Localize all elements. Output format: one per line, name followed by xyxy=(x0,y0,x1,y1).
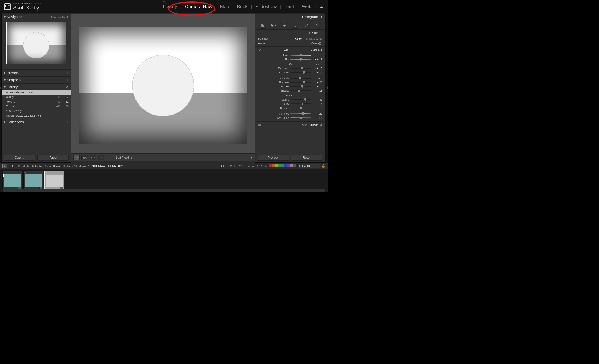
tint-slider[interactable] xyxy=(290,59,311,60)
loupe-view-icon[interactable]: ▭ xyxy=(73,155,79,160)
photo-preview[interactable] xyxy=(79,27,247,144)
history-step[interactable]: Texture+4242 xyxy=(2,99,71,104)
filter-preset-dropdown[interactable]: Filters Off xyxy=(297,164,320,168)
breadcrumb-collection[interactable]: Crash Course xyxy=(45,165,61,167)
monitor-1-button[interactable]: 1 xyxy=(2,164,8,168)
filmstrip-thumb[interactable]: 12 xyxy=(2,171,22,191)
flag-pick-icon[interactable]: ⚑ xyxy=(230,164,233,168)
toolbar-menu-icon[interactable]: ▼ xyxy=(250,156,253,159)
star-icon[interactable]: ★ xyxy=(256,164,259,168)
color-swatch[interactable] xyxy=(284,164,287,167)
nav-prev-icon[interactable]: ◀ xyxy=(22,164,25,168)
whites-slider[interactable] xyxy=(290,86,311,87)
clarity-value[interactable]: + 17 xyxy=(313,102,322,105)
module-web[interactable]: Web xyxy=(302,4,311,9)
whites-value[interactable]: + 10 xyxy=(313,85,322,88)
add-collection-icon[interactable]: + xyxy=(67,120,69,124)
basic-header[interactable]: Basic ≣ xyxy=(255,30,325,36)
navigator-header[interactable]: Navigator FIT FILL 1:1 3:1 ◆ xyxy=(2,13,71,20)
cloud-sync-icon[interactable]: ☁ xyxy=(319,4,323,9)
before-after-lr-icon[interactable]: B|A xyxy=(81,155,88,160)
color-swatch[interactable] xyxy=(269,164,272,167)
history-step[interactable]: Clarity+1717 xyxy=(2,95,71,99)
texture-value[interactable]: + 42 xyxy=(313,98,322,101)
filmstrip-thumb[interactable]: 3 xyxy=(44,171,64,191)
star-icon[interactable]: ★ xyxy=(264,164,267,168)
color-swatch[interactable] xyxy=(290,164,293,167)
history-header[interactable]: History ✕ xyxy=(2,84,71,90)
filmstrip[interactable]: 1223 xyxy=(0,169,328,192)
saturation-value[interactable]: + 3 xyxy=(313,116,322,119)
copy-button[interactable]: Copy… xyxy=(4,154,35,161)
blacks-slider[interactable] xyxy=(290,90,311,91)
right-panel-grip[interactable] xyxy=(326,13,328,163)
temp-slider[interactable] xyxy=(290,55,311,56)
profile-browser-icon[interactable] xyxy=(319,42,322,45)
star-icon[interactable]: ★ xyxy=(260,164,263,168)
color-swatch[interactable] xyxy=(281,164,284,167)
monitor-2-button[interactable]: 2 xyxy=(10,164,15,168)
dehaze-slider[interactable] xyxy=(290,108,311,109)
contrast-slider[interactable] xyxy=(290,72,311,73)
color-swatch[interactable] xyxy=(293,164,296,167)
temp-value[interactable]: 0 xyxy=(313,54,322,57)
vibrance-value[interactable]: + 20 xyxy=(313,112,322,115)
crop-tool-icon[interactable]: ▦ xyxy=(259,22,266,28)
panel-grip-top[interactable] xyxy=(162,0,165,2)
shadows-value[interactable]: + 28 xyxy=(313,81,322,84)
brush-tool-icon[interactable]: ↘ xyxy=(314,22,321,28)
treatment-bw[interactable]: Black & White xyxy=(306,37,322,40)
module-print[interactable]: Print xyxy=(284,4,294,9)
identity-plate[interactable]: Adobe Lightroom Classic Scott Kelby xyxy=(13,2,41,10)
grad-filter-tool-icon[interactable]: ▯ xyxy=(292,22,299,28)
module-book[interactable]: Book xyxy=(237,4,248,9)
auto-tone-button[interactable]: Auto xyxy=(313,62,322,67)
collections-header[interactable]: Collections − + xyxy=(2,119,71,125)
before-after-tb-icon[interactable]: Y|Y xyxy=(90,155,97,160)
star-icon[interactable]: ★ xyxy=(252,164,255,168)
panel-switch-icon[interactable]: ≣ xyxy=(319,31,322,35)
module-slideshow[interactable]: Slideshow xyxy=(255,4,277,9)
saturation-slider[interactable] xyxy=(290,117,311,118)
grid-view-icon[interactable]: ▦ xyxy=(17,164,20,168)
presets-header[interactable]: Presets + xyxy=(2,69,71,76)
treatment-color[interactable]: Color xyxy=(295,37,302,40)
remove-collection-icon[interactable]: − xyxy=(64,120,66,124)
history-step[interactable]: Contrast+2228 xyxy=(2,104,71,109)
redeye-tool-icon[interactable]: ◉ xyxy=(281,22,288,28)
soft-proof-checkbox[interactable] xyxy=(110,156,113,159)
reset-button[interactable]: Reset xyxy=(291,154,322,161)
shadows-slider[interactable] xyxy=(290,82,311,83)
history-step[interactable]: White Balance: Custom xyxy=(2,90,71,95)
filename-menu-icon[interactable]: ▾ xyxy=(121,164,123,167)
spot-removal-tool-icon[interactable]: ◉➝ xyxy=(270,22,277,28)
module-map[interactable]: Map xyxy=(220,4,229,9)
module-camera-raw[interactable]: Camera Raw xyxy=(185,4,212,9)
navigator-preview[interactable] xyxy=(6,22,66,64)
clear-history-icon[interactable]: ✕ xyxy=(66,85,69,89)
color-swatch[interactable] xyxy=(272,164,275,167)
wb-dropdown[interactable]: Custom◆ xyxy=(311,48,322,51)
current-filename[interactable]: Venice 2018 Finals 26.jpg ▾ xyxy=(91,164,123,167)
highlights-value[interactable]: – 5 xyxy=(313,77,322,79)
zoom-fill[interactable]: FILL xyxy=(51,16,56,18)
module-library[interactable]: Library xyxy=(163,4,177,9)
dehaze-value[interactable]: 0 xyxy=(313,107,322,110)
nav-next-icon[interactable]: ▶ xyxy=(27,164,29,168)
texture-slider[interactable] xyxy=(290,99,311,100)
flag-reject-icon[interactable]: ⚑ xyxy=(238,164,241,168)
zoom-menu-icon[interactable]: ◆ xyxy=(67,16,69,18)
previous-button[interactable]: Previous xyxy=(258,154,289,161)
tone-curve-header[interactable]: ▦ Tone Curve ◀ xyxy=(255,121,325,128)
add-snapshot-icon[interactable]: + xyxy=(67,78,69,82)
paste-button[interactable]: Paste xyxy=(37,154,69,161)
filmstrip-thumb[interactable]: 2 xyxy=(23,171,43,191)
tint-value[interactable]: + 0.19 xyxy=(313,58,322,61)
vibrance-slider[interactable] xyxy=(290,113,311,114)
radial-filter-tool-icon[interactable]: ◯ xyxy=(303,22,310,28)
color-swatch[interactable] xyxy=(275,164,278,167)
zoom-1-1[interactable]: 1:1 xyxy=(57,16,61,18)
history-step[interactable]: Auto Settings xyxy=(2,109,71,113)
highlights-slider[interactable] xyxy=(290,78,311,78)
color-swatch[interactable] xyxy=(287,164,290,167)
